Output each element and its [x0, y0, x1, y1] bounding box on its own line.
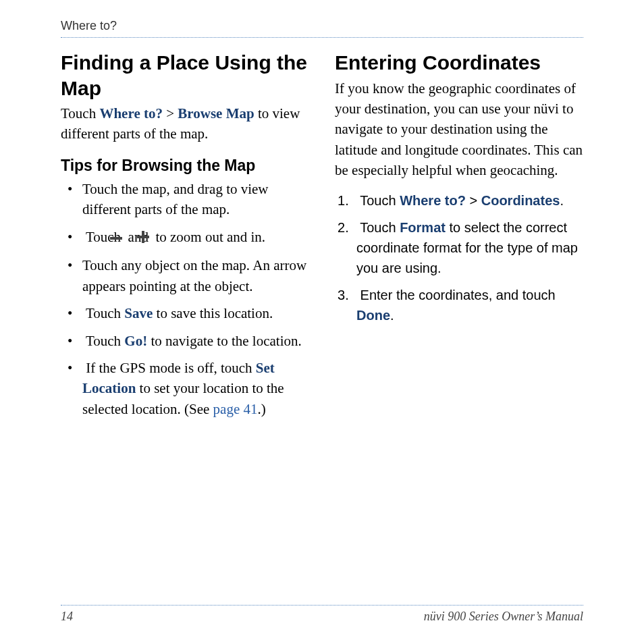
- manual-title: nüvi 900 Series Owner’s Manual: [424, 610, 583, 624]
- kw-format: Format: [400, 220, 446, 235]
- coordinates-intro: If you know the geographic coordinates o…: [335, 78, 583, 181]
- list-item: If the GPS mode is off, touch Set Locati…: [68, 358, 309, 419]
- coordinates-steps: Touch Where to? > Coordinates. Touch For…: [335, 190, 583, 325]
- manual-page: Where to? Finding a Place Using the Map …: [0, 0, 644, 644]
- list-item: Touch any object on the map. An arrow ap…: [68, 255, 309, 296]
- list-item: Touch and to zoom out and in.: [68, 227, 309, 248]
- kw-go: Go!: [124, 333, 147, 349]
- list-item: Touch Format to select the correct coord…: [338, 217, 583, 278]
- nav-where-to: Where to?: [99, 105, 163, 122]
- list-item: Touch the map, and drag to view differen…: [68, 179, 309, 220]
- list-item: Touch Go! to navigate to the location.: [68, 331, 309, 351]
- section-heading-finding: Finding a Place Using the Map: [61, 50, 309, 101]
- list-item: Touch Save to save this location.: [68, 303, 309, 323]
- list-item: Enter the coordinates, and touch Done.: [338, 285, 583, 325]
- svg-rect-0: [110, 237, 122, 240]
- kw-save: Save: [124, 305, 153, 321]
- nav-browse-map: Browse Map: [178, 105, 254, 122]
- list-item: Touch Where to? > Coordinates.: [338, 190, 583, 211]
- left-column: Finding a Place Using the Map Touch Wher…: [61, 50, 309, 426]
- page-link-41[interactable]: page 41: [213, 401, 258, 417]
- nav-where-to: Where to?: [400, 193, 466, 208]
- finding-intro: Touch Where to? > Browse Map to view dif…: [61, 103, 309, 144]
- svg-rect-2: [137, 236, 149, 238]
- page-footer: 14 nüvi 900 Series Owner’s Manual: [61, 605, 583, 624]
- content-columns: Finding a Place Using the Map Touch Wher…: [61, 50, 583, 426]
- page-header: Where to?: [61, 19, 583, 38]
- breadcrumb: Where to?: [61, 19, 117, 32]
- nav-coordinates: Coordinates: [481, 193, 560, 208]
- page-number: 14: [61, 610, 73, 624]
- subsection-tips: Tips for Browsing the Map: [61, 157, 309, 175]
- tips-list: Touch the map, and drag to view differen…: [61, 179, 309, 419]
- right-column: Entering Coordinates If you know the geo…: [335, 50, 583, 426]
- section-heading-coordinates: Entering Coordinates: [335, 50, 583, 76]
- kw-done: Done: [356, 308, 390, 323]
